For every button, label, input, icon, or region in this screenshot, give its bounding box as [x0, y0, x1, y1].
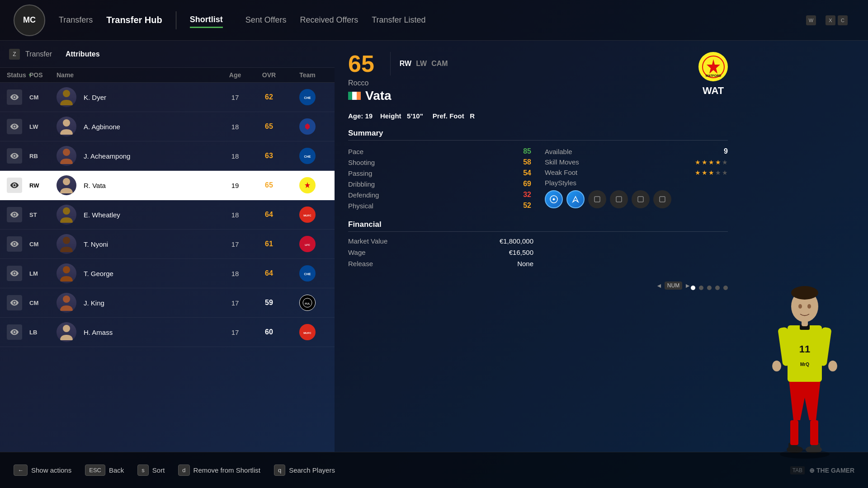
action-remove[interactable]: d Remove from Shortlist	[178, 465, 260, 476]
table-row[interactable]: CM K. Dyer 17 62 CHE	[0, 83, 335, 112]
table-row[interactable]: CM T. Nyoni 17 61 LFC	[0, 230, 335, 259]
svg-point-0	[63, 90, 70, 97]
stat-available: Available 9	[545, 146, 728, 157]
nav-sent-offers[interactable]: Sent Offers	[245, 13, 287, 27]
player-avatar	[57, 234, 76, 254]
key-show-actions: ←	[14, 465, 28, 476]
team-badge: CHE	[299, 148, 316, 164]
player-age: 17	[219, 328, 251, 336]
team-badge-cell: CHE	[287, 89, 328, 105]
player-3d-visual: 11 MrQ	[755, 226, 854, 443]
player-ovr: 62	[251, 93, 287, 101]
financial-grid: Market Value €1,800,000 Wage €16,500 Rel…	[348, 237, 728, 267]
team-badge-cell: MUFC	[287, 324, 328, 340]
scout-icon	[7, 236, 22, 252]
app-logo: MC	[14, 5, 45, 36]
detail-firstname: Rocco	[348, 79, 448, 87]
nav-received-offers[interactable]: Received Offers	[300, 13, 358, 27]
player-name: T. George	[84, 270, 219, 277]
table-row[interactable]: RW R. Vata 19 65	[0, 171, 335, 200]
pagination-row: ◄ NUM ►	[348, 281, 728, 290]
pagination-next[interactable]: ►	[684, 282, 691, 289]
player-name: J. Acheampong	[84, 152, 219, 160]
team-badge	[299, 118, 316, 135]
action-back[interactable]: ESC Back	[85, 465, 124, 476]
player-ovr: 61	[251, 240, 287, 248]
nav-shortlist[interactable]: Shortlist	[190, 13, 223, 28]
num-badge: NUM	[665, 282, 682, 290]
col-status: Status ▼	[7, 71, 29, 79]
team-badge	[299, 177, 316, 193]
team-badge-cell	[287, 118, 328, 135]
player-avatar	[57, 205, 76, 225]
label-remove: Remove from Shortlist	[193, 466, 260, 474]
table-row[interactable]: RB J. Acheampong 18 63 CHE	[0, 141, 335, 171]
pagination-prev[interactable]: ◄	[656, 282, 662, 289]
nav-transfer-hub[interactable]: Transfer Hub	[106, 13, 162, 28]
key-search: q	[274, 465, 285, 476]
team-badge: LFC	[299, 236, 316, 252]
sub-nav: Z Transfer Attributes	[0, 41, 335, 68]
playstyle-3	[588, 190, 606, 208]
scout-icon	[7, 207, 22, 222]
player-pos: CM	[29, 241, 57, 248]
table-row[interactable]: LW A. Agbinone 18 65	[0, 112, 335, 141]
svg-point-55	[798, 304, 802, 309]
player-name: H. Amass	[84, 328, 219, 336]
stat-passing: Passing 54	[348, 168, 531, 178]
team-badge: CHE	[299, 265, 316, 282]
sub-nav-attributes[interactable]: Attributes	[66, 50, 100, 58]
table-row[interactable]: CM J. King 17 59 FUL	[0, 288, 335, 318]
stat-weak-foot: Weak Foot ★ ★ ★ ★ ★	[545, 167, 728, 178]
right-stats: Available 9 Skill Moves ★ ★ ★ ★ ★	[545, 146, 728, 211]
playstyle-icons	[545, 190, 671, 208]
svg-text:CHE: CHE	[304, 272, 311, 276]
dot-2	[699, 286, 703, 290]
player-age: 18	[219, 152, 251, 160]
dot-4	[715, 286, 720, 290]
svg-point-14	[63, 237, 70, 244]
main-content: Z Transfer Attributes Status ▼ POS Name …	[0, 41, 868, 452]
left-panel: Z Transfer Attributes Status ▼ POS Name …	[0, 41, 335, 452]
svg-rect-27	[352, 92, 357, 100]
nav-transfer-listed[interactable]: Transfer Listed	[372, 13, 425, 27]
svg-point-56	[807, 304, 811, 309]
ovr-pos-row: 65 RW LW CAM	[348, 52, 448, 75]
pagination-dots	[691, 286, 728, 290]
player-pos: RB	[29, 153, 57, 160]
player-avatar	[57, 175, 76, 195]
table-row[interactable]: ST E. Wheatley 18 64 MUFC	[0, 200, 335, 230]
player-name: A. Agbinone	[84, 123, 219, 131]
top-nav: MC Transfers Transfer Hub Shortlist Sent…	[0, 0, 868, 41]
weak-foot-stars: ★ ★ ★ ★ ★	[695, 169, 728, 176]
financial-title: Financial	[348, 220, 728, 232]
svg-point-49	[772, 361, 781, 371]
svg-rect-42	[790, 420, 798, 445]
label-show-actions: Show actions	[31, 466, 71, 474]
player-age: 19	[219, 182, 251, 189]
detail-fullname: Vata	[348, 89, 448, 103]
svg-point-17	[63, 266, 70, 273]
player-age: 18	[219, 211, 251, 219]
action-search[interactable]: q Search Players	[274, 465, 335, 476]
team-badge: CHE	[299, 89, 316, 105]
svg-rect-35	[638, 197, 643, 202]
action-show-actions[interactable]: ← Show actions	[14, 465, 71, 476]
ireland-flag	[348, 92, 361, 100]
table-row[interactable]: LB H. Amass 17 60 MUFC	[0, 318, 335, 347]
stat-dribbling: Dribbling 69	[348, 178, 531, 189]
right-panel: 65 RW LW CAM Rocco	[335, 41, 868, 452]
svg-point-23	[63, 325, 70, 332]
bottom-bar: ← Show actions ESC Back s Sort d Remove …	[0, 452, 868, 488]
action-sort[interactable]: s Sort	[137, 465, 165, 476]
svg-rect-28	[357, 92, 361, 100]
svg-text:WATFORD: WATFORD	[705, 74, 721, 77]
nav-transfers[interactable]: Transfers	[59, 13, 93, 27]
sub-nav-transfer[interactable]: Transfer	[25, 50, 52, 58]
table-row[interactable]: LM T. George 18 64 CHE	[0, 259, 335, 288]
player-name: T. Nyoni	[84, 240, 219, 248]
svg-rect-43	[810, 420, 818, 445]
left-stats: Pace 85 Shooting 58 Passing 54 Dribbling…	[348, 146, 531, 211]
team-badge: MUFC	[299, 324, 316, 340]
scout-icon	[7, 148, 22, 164]
